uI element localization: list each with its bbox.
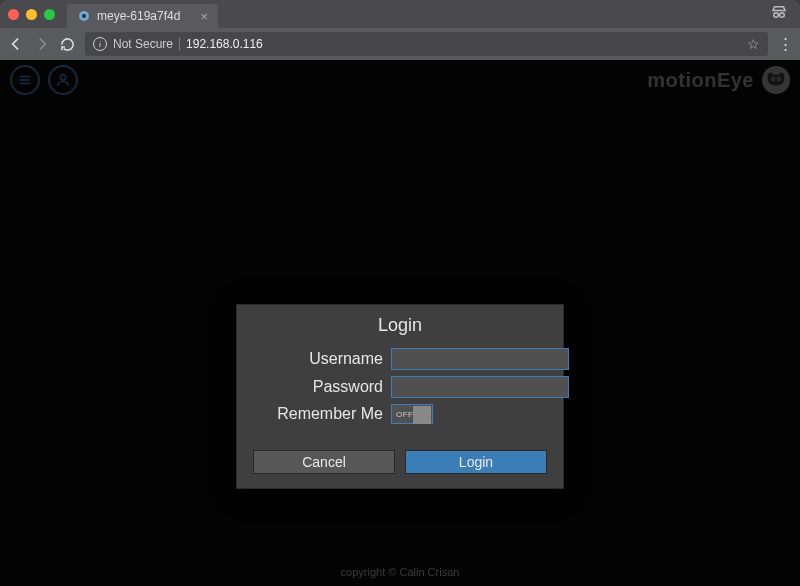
app-header: motionEye [0,60,800,100]
incognito-icon [770,3,788,25]
svg-point-1 [82,14,86,18]
username-label: Username [253,350,383,368]
fullscreen-window-button[interactable] [44,9,55,20]
remember-toggle[interactable]: OFF [391,404,433,424]
brand-logo-icon [762,66,790,94]
browser-chrome: meye-619a7f4d × i Not Secure 192.168.0.1… [0,0,800,60]
login-button[interactable]: Login [405,450,547,474]
window-controls [8,9,67,20]
titlebar: meye-619a7f4d × [0,0,800,28]
remember-label: Remember Me [253,405,383,423]
back-button[interactable] [8,36,24,52]
bookmark-star-icon[interactable]: ☆ [747,36,760,52]
site-info-icon[interactable]: i [93,37,107,51]
separator [179,37,180,51]
svg-point-3 [780,13,785,18]
minimize-window-button[interactable] [26,9,37,20]
svg-point-10 [772,78,774,80]
tab-title: meye-619a7f4d [97,9,180,23]
not-secure-label: Not Secure [113,37,173,51]
address-bar[interactable]: i Not Secure 192.168.0.116 ☆ [85,32,768,56]
browser-menu-button[interactable]: ⋮ [778,35,792,53]
copyright-text: copyright © Calin Crisan [0,566,800,578]
forward-button [34,36,50,52]
url-text: 192.168.0.116 [186,37,263,51]
close-window-button[interactable] [8,9,19,20]
password-label: Password [253,378,383,396]
hamburger-menu-button[interactable] [10,65,40,95]
reload-button[interactable] [60,37,75,52]
switch-off-label: OFF [396,410,414,419]
brand: motionEye [647,66,790,94]
page-content: motionEye Login Username Password Rememb… [0,60,800,586]
svg-point-2 [774,13,779,18]
tab-close-icon[interactable]: × [200,9,208,24]
cancel-button[interactable]: Cancel [253,450,395,474]
browser-toolbar: i Not Secure 192.168.0.116 ☆ ⋮ [0,28,800,60]
dialog-footer: Cancel Login [237,442,563,488]
login-dialog: Login Username Password Remember Me OFF … [236,304,564,489]
brand-text: motionEye [647,69,754,92]
tab-favicon [77,9,91,23]
password-input[interactable] [391,376,569,398]
user-button[interactable] [48,65,78,95]
username-input[interactable] [391,348,569,370]
svg-point-11 [778,78,780,80]
switch-knob [413,406,431,424]
svg-point-7 [60,75,65,80]
dialog-title: Login [237,305,563,344]
browser-tab[interactable]: meye-619a7f4d × [67,4,218,28]
dialog-body: Username Password Remember Me OFF [237,344,563,442]
